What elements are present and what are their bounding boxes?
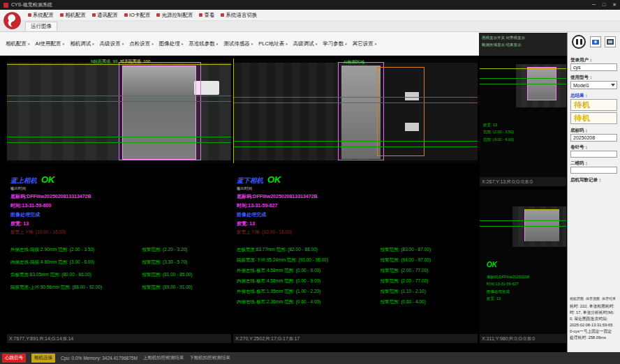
menu-item-system-config[interactable]: 系统配置 [25,10,57,20]
menu-item-label: 查看 [204,12,214,19]
chevron-down-icon: ▾ [63,42,65,46]
alarm-range: 报警范围: (0.60 - 4.00) [381,299,476,305]
side-panel: 登录用户： cys 使用型号： Model1 总结果： 待机 待机 底标码： 2… [567,32,620,352]
camera-image-upper[interactable]: N轮距离值: 93. 对齐距离值: 100 [7,59,231,163]
toolbar-label: 基准线参数 [189,40,215,47]
measurement-value: 内侧右线-极耳:2.36mm 范围: (0.60 - 4.00) [237,299,381,305]
toolbar-label: 高级设置 [100,40,121,47]
preview-text-line: 范围: (2.00 - 3.50) [483,128,514,135]
toolbar-btn-sensor-test[interactable]: 测试传感器▾ [221,38,256,50]
result-status-text: 待机 [574,113,591,123]
toolbar-label: 测试传感器 [223,40,250,47]
chevron-down-icon [611,84,615,86]
preview-view-top: 胶宽: 13 范围: (2.00 - 3.50) 范围: (3.00 - 6.0… [480,59,566,186]
camera-name-label: 蓝下相机 [237,176,263,185]
preview-image-top[interactable]: 胶宽: 13 范围: (2.00 - 3.50) 范围: (3.00 - 6.0… [480,59,566,177]
toolbar-btn-advanced-debug[interactable]: 高级调试▾ [290,38,320,50]
roll-number-input[interactable] [570,151,617,158]
camera-name-label: 蓝上相机 [10,176,37,185]
toolbar-btn-plc-address[interactable]: PLC地址表▾ [256,38,290,50]
toolbar-btn-camera-config[interactable]: 相机配置▾ [3,38,33,50]
close-button[interactable]: ✕ [612,0,617,10]
tab-run-image[interactable]: 运行图像 [25,22,57,31]
chevron-down-icon: ▾ [316,42,318,46]
chevron-down-icon: ▾ [251,42,253,46]
toolbar-btn-learning-params[interactable]: 学习参数▾ [320,38,350,50]
menu-item-label: 系统语言切换 [226,12,257,19]
pause-button[interactable] [572,35,586,49]
measurement-value: 外侧右线-极耳:1.95mm 范围: (1.00 - 2.20) [237,289,381,295]
measurement-row: 内侧右线-极耳:2.36mm 范围: (0.60 - 4.00)报警范围: (0… [237,299,476,305]
toolbar-btn-camera-debug[interactable]: 相机调试▾ [67,38,97,50]
menu-item-light-config[interactable]: 光源控制配置 [154,10,195,20]
preview-image-bottom[interactable]: OK 底标码:DFFIiiw20250208 时间:13-31-59-627 图… [480,190,566,334]
coordinates-text: X:270,Y:2502;R:17;G:17;B:17 [235,336,300,341]
measurement-row: 左极宽度:83.77mm 范围: (82.00 - 88.00)报警范围: (8… [237,247,476,253]
model-select[interactable]: Model1 [570,81,617,89]
alarm-range: 报警范围: (83.00 - 87.00) [381,247,476,253]
measure-line [7,96,231,96]
measurement-value: 左极宽度:83.77mm 范围: (82.00 - 88.00) [237,247,381,253]
toolbar-btn-ai-config[interactable]: AI使用配置▾ [33,38,68,50]
measurement-list: 左极宽度:83.77mm 范围: (82.00 - 88.00)报警范围: (8… [237,247,476,305]
result-status-box-1: 待机 [570,99,617,111]
preview-text-line: 底标码:DFFIiiw20250208 [487,273,529,280]
inspected-part [524,209,559,241]
camera-image-lower[interactable]: AI检测区域 [233,59,478,163]
toolbar-btn-other-settings[interactable]: 其它设置▾ [350,38,380,50]
login-user-label: 登录用户： [570,57,593,63]
stats-line: 2025:02:08-13:31:59:65 [570,322,619,328]
screen-view-button[interactable] [605,36,616,47]
preview-view-bottom: OK 底标码:DFFIiiw20250208 时间:13-31-59-627 图… [480,190,566,343]
menu-item-label: 系统配置 [33,12,54,19]
chevron-down-icon: ▾ [28,42,30,46]
toolbar-btn-baseline-params[interactable]: 基准线参数▾ [186,38,221,50]
result-text-block: 蓝下相机 OK 输出时间 底标码:DFFIiiw2025020813313472… [237,174,476,305]
app-window: CYS-视觉检测系统 ─ □ ✕ 系统配置 相机配置 通讯配置 IO卡配置 光源… [0,0,620,364]
stats-tab-save-raw[interactable]: 保存原图 [586,296,600,301]
measurement-row: 内侧左线-隔膜:4.60mm 范围: (3.00 - 6.00)报警范围: (3… [10,259,230,266]
measurement-value: 内侧左线-极耳:4.58mm 范围: (0.00 - 9.00) [237,278,381,285]
menu-icon [92,13,96,17]
alignment-value-label: 对齐距离值: 100 [120,59,150,63]
alignment-line [480,68,566,69]
tab-row: 运行图像 [0,21,620,32]
menu-item-comm-config[interactable]: 通讯配置 [89,10,121,20]
heartbeat-status-badge: 心跳信号 [2,354,26,363]
cpu-memory-readout: Cpu: 0.0% Memory: 3424.41796875M [61,356,138,361]
preview-text-line: 图像处理完成 [487,288,529,295]
toolbar-btn-image-process[interactable]: 图像处理▾ [156,38,186,50]
menu-icon [60,13,64,17]
camera-capture-button[interactable] [590,36,601,47]
stats-tab-save-result[interactable]: 保存结果 [602,296,616,301]
stats-tab-save-image[interactable]: 相机存图 [570,296,584,301]
maximize-button[interactable]: □ [603,0,605,10]
preview-text-block: 底标码:DFFIiiw20250208 时间:13-31-59-627 图像处理… [487,273,529,303]
batch-code-label: 底标码： [570,128,589,134]
alarm-range: 报警范围: (3.30 - 5.70) [142,259,230,266]
menu-item-language-switch[interactable]: 系统语言切换 [218,10,260,20]
menu-item-io-config[interactable]: IO卡配置 [121,10,153,20]
camera-view-upper: N轮距离值: 93. 对齐距离值: 100 蓝上相机 OK 输出时间 底标码:D… [7,59,231,343]
display-switch-line2[interactable]: 检测区域显示 结果显示 [482,42,564,49]
measurement-value: 外侧左线-极耳:4.58mm 范围: (0.00 - 9.00) [237,268,381,274]
roll-number-label: 卷针号： [570,144,589,151]
display-switch-line1[interactable]: 画线显示开关 对齐线显示 [482,35,564,42]
process-status-text: 图像处理完成 [10,211,230,218]
chevron-down-icon: ▾ [182,42,184,46]
qr-code-input[interactable] [570,167,617,174]
output-time-label: 输出时间 [10,186,230,191]
measurement-row: 外侧右线-极耳:1.95mm 范围: (1.00 - 2.20)报警范围: (1… [237,289,476,295]
minimize-button[interactable]: ─ [592,0,596,10]
chevron-down-icon: ▾ [286,42,288,46]
glue-width-text: 胶宽: 13 [237,220,476,227]
toolbar-btn-advanced-settings[interactable]: 高级设置▾ [97,38,127,50]
result-status-box-2: 待机 [570,112,617,124]
menu-item-camera-config[interactable]: 相机配置 [57,10,89,20]
menu-icon [199,13,202,17]
toolbar-btn-spot-check[interactable]: 点检设置▾ [126,38,156,50]
menu-item-view[interactable]: 查看 [196,10,217,20]
measurement-value: 外侧左线-隔膜:2.90mm 范围: (2.00 - 3.50) [10,247,142,253]
time-text: 时间:13-31-59-627 [237,202,476,209]
measure-line [7,101,231,102]
